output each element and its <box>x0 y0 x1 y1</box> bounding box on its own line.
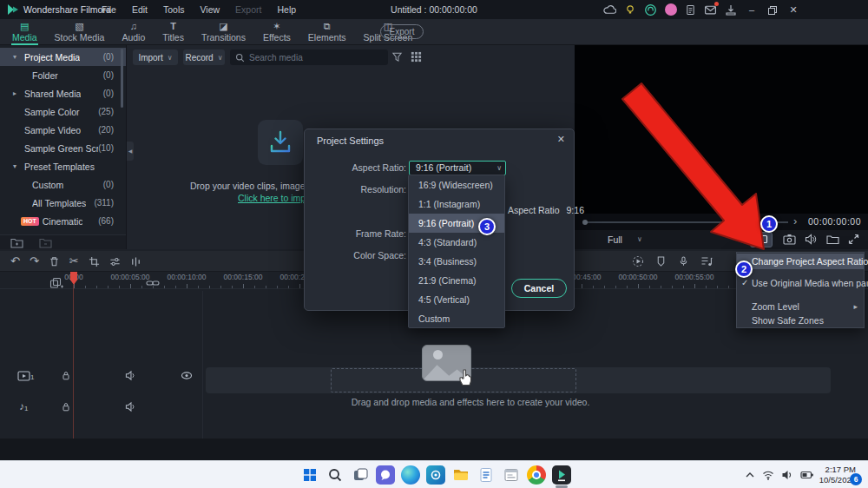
sidebar-scrollbar[interactable] <box>121 49 123 108</box>
eye-icon[interactable] <box>181 371 193 380</box>
dropdown-option[interactable]: 16:9 (Widescreen) <box>409 175 504 195</box>
filmora-icon[interactable] <box>552 465 571 485</box>
volume-icon[interactable] <box>781 469 793 481</box>
delete-icon[interactable] <box>49 255 60 267</box>
menu-item[interactable]: Edit <box>124 0 155 19</box>
notepad-icon[interactable] <box>477 465 496 485</box>
file-explorer-icon[interactable] <box>451 465 470 485</box>
sidebar-item[interactable]: ▸ Shared Media (0) <box>0 84 126 102</box>
mail-icon[interactable] <box>704 3 717 16</box>
search-box[interactable] <box>230 49 388 65</box>
task-view-icon[interactable] <box>351 465 370 485</box>
collapse-panel-icon[interactable]: ◀ <box>127 142 134 161</box>
sidebar-item[interactable]: Sample Green Screen (10) <box>0 139 126 157</box>
avatar[interactable] <box>665 3 677 16</box>
chevron-down-icon[interactable]: ∨ <box>637 230 642 249</box>
marker-icon[interactable] <box>655 255 667 267</box>
tray-chevron-icon[interactable] <box>745 469 755 481</box>
menu-item[interactable]: View <box>193 0 228 19</box>
tab[interactable]: Media <box>3 19 46 45</box>
dropdown-option[interactable]: Custom <box>409 309 504 328</box>
menu-item[interactable]: Export <box>227 0 269 19</box>
adjust-icon[interactable] <box>109 256 121 267</box>
battery-icon[interactable] <box>800 469 814 481</box>
fullscreen-icon[interactable] <box>848 234 859 245</box>
menu-item[interactable]: Help <box>269 0 304 19</box>
crop-icon[interactable] <box>89 256 100 267</box>
context-menu-item[interactable]: ✓ Use Original Media when paused ▸ <box>737 275 864 291</box>
undo-icon[interactable]: ↶ <box>10 255 20 267</box>
tab[interactable]: Transitions <box>193 19 254 45</box>
chrome-icon[interactable] <box>527 465 546 485</box>
snapshot-icon[interactable] <box>783 234 796 245</box>
export-button[interactable]: Export <box>380 24 424 39</box>
audio-mixer-icon[interactable] <box>700 255 713 267</box>
render-preview-icon[interactable] <box>632 255 644 267</box>
sidebar-item[interactable]: All Templates (311) <box>0 194 126 212</box>
dropdown-option[interactable]: 4:3 (Standard) <box>409 233 504 252</box>
import-button[interactable]: Import∨ <box>133 49 178 65</box>
wifi-icon[interactable] <box>762 469 774 481</box>
support-icon[interactable] <box>644 3 657 16</box>
chat-icon[interactable] <box>376 465 395 485</box>
document-icon[interactable] <box>685 3 696 16</box>
sidebar-item[interactable]: HOT Cinematic (66) <box>0 212 126 230</box>
restore-icon[interactable] <box>762 0 783 19</box>
download-icon[interactable] <box>725 3 737 16</box>
search-input[interactable] <box>249 53 383 63</box>
dialog-close-icon[interactable]: ✕ <box>557 134 565 145</box>
split-icon[interactable]: ✂ <box>69 255 79 267</box>
cloud-icon[interactable] <box>603 3 616 16</box>
minimize-icon[interactable]: – <box>741 0 762 19</box>
record-button[interactable]: Record∨ <box>183 49 225 65</box>
tab[interactable]: Audio <box>113 19 154 45</box>
dropdown-option[interactable]: 3:4 (Business) <box>409 252 504 271</box>
menu-item[interactable]: Tools <box>155 0 193 19</box>
system-window-icon[interactable] <box>502 465 521 485</box>
sidebar-item[interactable]: ▾ Project Media (0) <box>0 48 126 66</box>
lock-icon[interactable] <box>61 370 71 381</box>
sidebar-item[interactable]: Folder (0) <box>0 66 126 84</box>
scrubber-track[interactable] <box>583 221 788 223</box>
taskbar-search-icon[interactable] <box>326 465 345 485</box>
scrubber-handle[interactable] <box>582 220 588 225</box>
context-menu-item[interactable]: ✓ Show Safe Zones ▸ <box>737 313 864 328</box>
sidebar-item[interactable]: Custom (0) <box>0 175 126 194</box>
dropdown-option[interactable]: 21:9 (Cinema) <box>409 271 504 290</box>
grid-view-icon[interactable] <box>411 51 422 63</box>
next-frame-icon[interactable]: › <box>793 214 797 228</box>
menu-item[interactable]: File <box>94 0 124 19</box>
export-frame-icon[interactable] <box>826 234 839 245</box>
redo-icon[interactable]: ↷ <box>30 255 39 267</box>
lock-icon[interactable] <box>61 401 71 412</box>
photos-icon[interactable] <box>426 465 445 485</box>
clock[interactable]: 2:17 PM 10/5/2022 <box>814 465 856 485</box>
new-folder-icon[interactable] <box>10 237 23 248</box>
tab[interactable]: Elements <box>299 19 355 45</box>
filter-icon[interactable] <box>391 51 403 63</box>
delete-folder-icon[interactable] <box>39 237 52 248</box>
aspect-ratio-select[interactable]: 9:16 (Portrait) ∨ <box>409 161 506 175</box>
aspect-ratio-icon[interactable] <box>750 232 773 247</box>
context-menu-item[interactable]: ✓ Change Project Aspect Ratio ▸ <box>737 254 864 269</box>
zoom-level-select[interactable]: Full <box>608 230 622 249</box>
tab[interactable]: Effects <box>254 19 299 45</box>
mute-icon[interactable] <box>805 234 817 245</box>
audio-stretch-icon[interactable] <box>130 256 141 267</box>
close-icon[interactable]: ✕ <box>783 0 804 19</box>
notification-badge[interactable]: 6 <box>850 473 862 485</box>
tab[interactable]: Titles <box>154 19 193 45</box>
record-voiceover-icon[interactable] <box>678 255 689 267</box>
tab[interactable]: Stock Media <box>46 19 114 45</box>
sidebar-item[interactable]: Sample Video (20) <box>0 121 126 139</box>
import-media-icon[interactable] <box>258 120 303 165</box>
lightbulb-icon[interactable] <box>624 3 636 16</box>
edge-icon[interactable] <box>401 465 420 485</box>
dropdown-option[interactable]: 1:1 (Instagram) <box>409 195 504 214</box>
cancel-button[interactable]: Cancel <box>511 279 567 298</box>
sidebar-item[interactable]: Sample Color (25) <box>0 102 126 121</box>
dropdown-option[interactable]: 4:5 (Vertical) <box>409 290 504 309</box>
mute-icon[interactable] <box>125 370 136 381</box>
start-icon[interactable] <box>300 465 319 485</box>
sidebar-item[interactable]: ▾ Preset Templates <box>0 157 126 175</box>
